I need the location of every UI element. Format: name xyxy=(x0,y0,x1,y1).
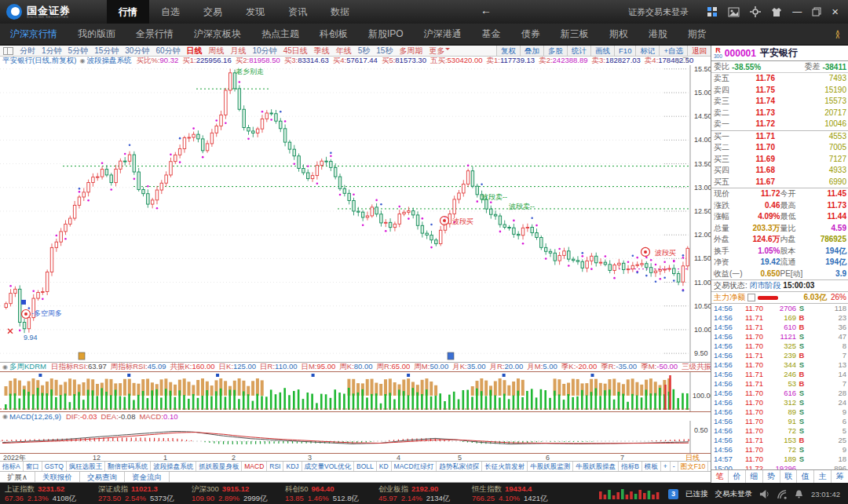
submenu-item-港股[interactable]: 港股 xyxy=(638,24,678,45)
submenu-item-期权[interactable]: 期权 xyxy=(599,24,638,45)
indicator-tab-波段操盘系统[interactable]: 波段操盘系统 xyxy=(151,462,196,471)
macd-name[interactable]: MACD(12,26,9) xyxy=(9,412,61,421)
minimize-icon[interactable]: — xyxy=(792,8,802,16)
kline-chart[interactable]: 15.5015.0014.5014.0013.5013.0012.5012.00… xyxy=(0,65,711,363)
split-window-icon[interactable] xyxy=(3,47,13,55)
indicator-tab-趋势私家侦探[interactable]: 趋势私家侦探 xyxy=(437,462,482,471)
indicator-tab-长征火箭发射[interactable]: 长征火箭发射 xyxy=(482,462,528,471)
toolbar-button-标记[interactable]: 标记 xyxy=(635,46,659,56)
period-60分钟[interactable]: 60分钟 xyxy=(155,46,180,57)
chart-flag-icon[interactable] xyxy=(79,352,85,360)
indicator-tab-牛股妖股监测[interactable]: 牛股妖股监测 xyxy=(528,462,573,471)
indicator-tab-抓妖股显身板[interactable]: 抓妖股显身板 xyxy=(196,462,242,471)
collapse-up-icon[interactable]: ∧∧ xyxy=(835,31,840,38)
indicator-tab-模板[interactable]: 模板 xyxy=(642,462,661,471)
ext-tab-扩展∧[interactable]: 扩展∧ xyxy=(0,472,35,482)
period-15分钟[interactable]: 15分钟 xyxy=(94,46,119,57)
indicator-tab-BOLL[interactable]: BOLL xyxy=(354,462,377,471)
quote-tab-主[interactable]: 主 xyxy=(814,470,832,483)
main-net-row[interactable]: 主力净额 6.03亿 26% xyxy=(711,292,848,304)
menu-item-资讯[interactable]: 资讯 xyxy=(276,0,319,24)
period-季线[interactable]: 季线 xyxy=(314,46,330,57)
kdrm-name[interactable]: 多周KDRM xyxy=(9,363,46,371)
indicator-tab-RSI[interactable]: RSI xyxy=(267,462,283,471)
satellite-dish-icon[interactable] xyxy=(777,489,787,499)
macd-chart[interactable]: 0.50 xyxy=(0,421,711,454)
quote-tab-价[interactable]: 价 xyxy=(729,470,746,483)
submenu-item-新三板[interactable]: 新三板 xyxy=(550,24,599,45)
period-30分钟[interactable]: 30分钟 xyxy=(125,46,149,57)
quick-button-图文F10[interactable]: 图文F10 xyxy=(678,462,709,471)
toolbar-button-叠加[interactable]: 叠加 xyxy=(520,46,543,56)
toolbar-button-多股[interactable]: 多股 xyxy=(543,46,567,56)
period-分时[interactable]: 分时 xyxy=(20,46,35,57)
period-周线[interactable]: 周线 xyxy=(209,46,225,57)
toolbar-button-+自选[interactable]: +自选 xyxy=(659,46,687,56)
quote-tab-值[interactable]: 值 xyxy=(797,470,814,483)
toolbar-button-退回[interactable]: 退回 xyxy=(687,46,711,56)
submenu-item-我的版面[interactable]: 我的版面 xyxy=(68,24,126,45)
settings-gear-icon[interactable] xyxy=(750,6,761,17)
apps-grid-icon[interactable] xyxy=(707,6,718,17)
indicator-tab-成交量VOL优化[interactable]: 成交量VOL优化 xyxy=(302,462,355,471)
quote-tab-笔[interactable]: 笔 xyxy=(711,470,729,483)
kdrm-chart[interactable]: 100.00 xyxy=(0,371,711,412)
indicator-tab-指标B[interactable]: 指标B xyxy=(619,462,642,471)
ext-tab-资金流向[interactable]: 资金流向 xyxy=(125,472,170,482)
period-15秒[interactable]: 15秒 xyxy=(376,46,393,57)
quote-tab-筹[interactable]: 筹 xyxy=(832,470,848,483)
menu-item-数据[interactable]: 数据 xyxy=(319,0,361,24)
period-45日线[interactable]: 45日线 xyxy=(283,46,308,57)
system-name[interactable]: 波段操盘系统 xyxy=(86,57,131,65)
back-arrow-icon[interactable]: ← xyxy=(481,4,492,16)
tick-list[interactable]: 14:5611.702706S11814:5611.71169B2314:561… xyxy=(711,304,848,469)
restore-icon[interactable] xyxy=(812,7,821,16)
period-5秒[interactable]: 5秒 xyxy=(358,46,371,57)
indicator-tab-+[interactable]: + xyxy=(661,462,671,471)
indicator-tab-KDJ[interactable]: KDJ xyxy=(283,462,302,471)
macd-toggle-icon[interactable]: ◉ xyxy=(2,413,8,420)
ext-tab-交易查询[interactable]: 交易查询 xyxy=(80,472,125,482)
submenu-item-沪深京行情[interactable]: 沪深京行情 xyxy=(0,24,68,45)
chart-corner-icons[interactable]: ◇ ❐ xyxy=(675,57,689,64)
submenu-item-新股IPO[interactable]: 新股IPO xyxy=(358,24,414,45)
indicator-tab-翻倍密码系统[interactable]: 翻倍密码系统 xyxy=(105,462,151,471)
toolbar-button-统计[interactable]: 统计 xyxy=(567,46,590,56)
kdrm-toggle-icon[interactable]: ◉ xyxy=(2,363,8,371)
period-1分钟[interactable]: 1分钟 xyxy=(42,46,62,57)
period-多周期[interactable]: 多周期 xyxy=(399,46,422,57)
period-10分钟[interactable]: 10分钟 xyxy=(253,46,277,57)
quote-tab-细[interactable]: 细 xyxy=(746,470,763,483)
toolbar-button-F10[interactable]: F10 xyxy=(614,46,635,56)
submenu-item-沪深京板块[interactable]: 沪深京板块 xyxy=(184,24,251,45)
index-沪深300[interactable]: 沪深3003915.12109.902.89%2999亿 xyxy=(192,484,285,503)
menu-item-行情[interactable]: 行情 xyxy=(107,0,149,24)
indicator-tab-MACD红绿灯[interactable]: MACD红绿灯 xyxy=(392,462,437,471)
indicator-tab--[interactable]: - xyxy=(671,462,678,471)
chart-flag-icon[interactable] xyxy=(448,352,454,360)
period-月线[interactable]: 月线 xyxy=(231,46,247,57)
indicator-tab-疯狂选股王[interactable]: 疯狂选股王 xyxy=(67,462,106,471)
index-科创50[interactable]: 科创50964.4013.851.46%512.8亿 xyxy=(285,484,378,503)
toolbar-button-复权[interactable]: 复权 xyxy=(496,46,520,56)
index-上证指数[interactable]: 上证指数3231.5267.362.13%4108亿 xyxy=(5,484,98,503)
period-5分钟[interactable]: 5分钟 xyxy=(68,46,89,57)
indicator-tab-KD[interactable]: KD xyxy=(377,462,392,471)
bell-icon[interactable] xyxy=(794,489,804,499)
indicator-tab-窗口[interactable]: 窗口 xyxy=(24,462,42,471)
indicator-toggle-icon[interactable]: ◉ xyxy=(79,57,85,64)
submenu-item-期货[interactable]: 期货 xyxy=(678,24,717,45)
indicator-tab-指标A[interactable]: 指标A xyxy=(0,462,24,471)
submenu-item-科创板[interactable]: 科创板 xyxy=(309,24,358,45)
theme-skin-icon[interactable] xyxy=(771,7,782,17)
indicator-tab-牛股妖股操盘[interactable]: 牛股妖股操盘 xyxy=(573,462,619,471)
submenu-item-热点主题[interactable]: 热点主题 xyxy=(251,24,309,45)
period-更多[interactable]: 更多 xyxy=(429,46,450,57)
quote-tab-势[interactable]: 势 xyxy=(763,470,780,483)
menu-item-自选[interactable]: 自选 xyxy=(149,0,192,24)
submenu-item-债券[interactable]: 债券 xyxy=(511,24,550,45)
submenu-item-基金[interactable]: 基金 xyxy=(472,24,511,45)
message-count-badge[interactable]: 3 xyxy=(668,489,678,499)
menu-item-发现[interactable]: 发现 xyxy=(234,0,276,24)
submenu-item-全景行情[interactable]: 全景行情 xyxy=(126,24,184,45)
